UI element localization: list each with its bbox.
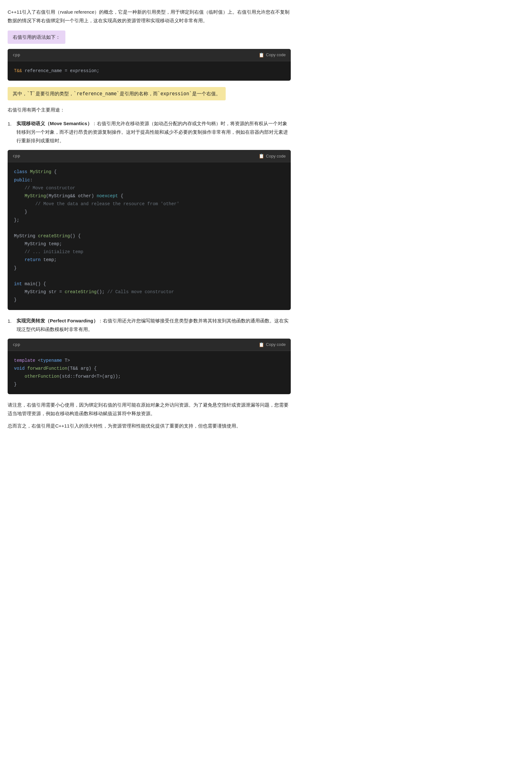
item1-colon: ：: [92, 121, 97, 126]
list-item-2: 1. 实现完美转发（Perfect Forwarding）：右值引用还允许您编写…: [8, 316, 291, 334]
code-body-2: class MyString { public: // Move constru…: [8, 162, 291, 310]
copy-label-1: Copy code: [266, 52, 286, 57]
copy-label-3: Copy code: [266, 342, 286, 347]
code-body-3: template <typename T> void forwardFuncti…: [8, 351, 291, 395]
copy-label-2: Copy code: [266, 154, 286, 159]
code-lang-3: cpp: [13, 341, 20, 348]
code-body-1: T&& reference_name = expression;: [8, 61, 291, 81]
code-block-forward: cpp 📋 Copy code template <typename T> vo…: [8, 339, 291, 395]
footer-text-1: 请注意，右值引用需要小心使用，因为绑定到右值的引用可能在原始对象之外访问资源。为…: [8, 401, 291, 418]
two-uses-intro: 右值引用有两个主要用途：: [8, 106, 291, 114]
copy-icon-1: 📋: [259, 52, 264, 57]
code-block-syntax: cpp 📋 Copy code T&& reference_name = exp…: [8, 49, 291, 81]
copy-button-3[interactable]: 📋 Copy code: [259, 342, 286, 347]
code-header-2: cpp 📋 Copy code: [8, 150, 291, 162]
copy-button-1[interactable]: 📋 Copy code: [259, 52, 286, 57]
footer-text-2: 总而言之，右值引用是C++11引入的强大特性，为资源管理和性能优化提供了重要的支…: [8, 421, 291, 430]
code-block-move: cpp 📋 Copy code class MyString { public:…: [8, 150, 291, 310]
list-num-2: 1.: [8, 316, 13, 334]
syntax-highlight-label: 右值引用的语法如下：: [8, 31, 65, 44]
item2-title: 实现完美转发（Perfect Forwarding）: [17, 318, 98, 323]
code-lang-2: cpp: [13, 152, 20, 159]
code-lang-1: cpp: [13, 51, 20, 58]
list-content-2: 实现完美转发（Perfect Forwarding）：右值引用还允许您编写能够接…: [17, 316, 291, 334]
item1-title: 实现移动语义（Move Semantics）: [17, 121, 92, 126]
item2-colon: ：: [98, 318, 103, 323]
copy-button-2[interactable]: 📋 Copy code: [259, 153, 286, 159]
list-item-1: 1. 实现移动语义（Move Semantics）：右值引用允许在移动资源（如动…: [8, 119, 291, 145]
list-content-1: 实现移动语义（Move Semantics）：右值引用允许在移动资源（如动态分配…: [17, 119, 291, 145]
copy-icon-3: 📋: [259, 342, 264, 347]
copy-icon-2: 📋: [259, 153, 264, 159]
code-header-1: cpp 📋 Copy code: [8, 49, 291, 61]
code-header-3: cpp 📋 Copy code: [8, 339, 291, 351]
list-num-1: 1.: [8, 119, 13, 145]
reference-highlight-label: 其中，`T`是要引用的类型，`reference_name`是引用的名称，而`e…: [8, 87, 226, 101]
intro-paragraph: C++11引入了右值引用（rvalue reference）的概念，它是一种新的…: [8, 8, 291, 25]
